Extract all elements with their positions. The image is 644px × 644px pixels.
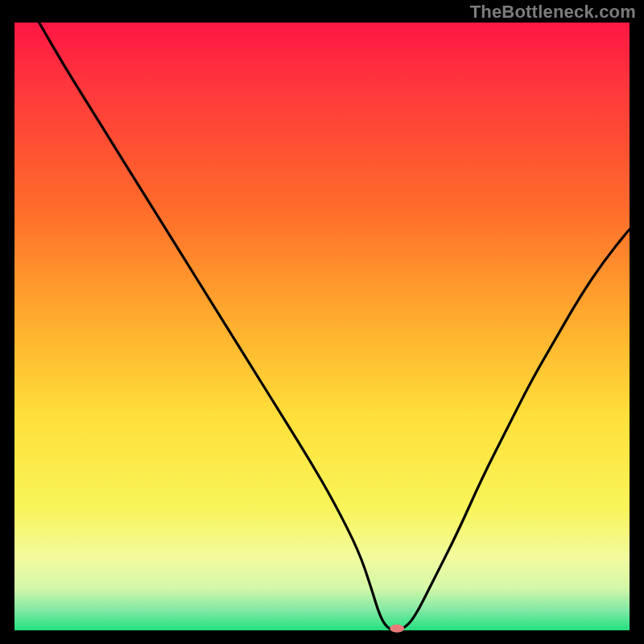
plot-background [14, 23, 630, 630]
optimal-marker [390, 625, 404, 633]
chart-frame: TheBottleneck.com [0, 0, 644, 644]
bottleneck-chart [0, 0, 644, 644]
